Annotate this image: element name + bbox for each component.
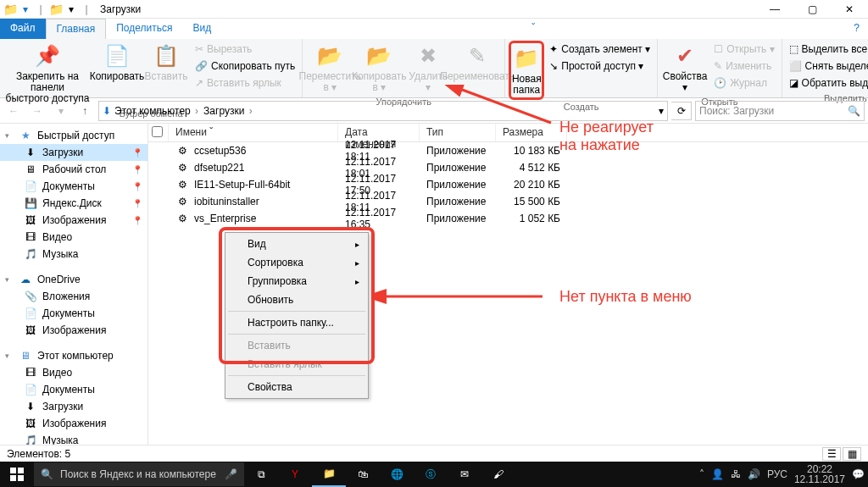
rename-button[interactable]: ✎Переименовать (453, 41, 501, 84)
sidebar-item[interactable]: 🖥Рабочий стол📍 (0, 161, 147, 178)
ctx-sort[interactable]: Сортировка▸ (227, 253, 366, 272)
sidebar-item[interactable]: ⬇Загрузки📍 (0, 144, 147, 161)
taskbar-app[interactable]: 🛍 (346, 462, 380, 487)
pin-icon: 📍 (132, 199, 142, 208)
tab-file[interactable]: Файл (0, 19, 46, 39)
table-row[interactable]: ⚙iobituninstaller12.11.2017 18:11Приложе… (148, 193, 868, 210)
invert-icon: ◪ (789, 77, 798, 89)
view-details-button[interactable]: ☰ (822, 447, 841, 461)
view-large-button[interactable]: ▦ (843, 447, 861, 461)
star-icon: ★ (19, 129, 32, 142)
copy-path-button[interactable]: 🔗Скопировать путь (192, 58, 298, 75)
tray-people-icon[interactable]: 👤 (711, 468, 724, 480)
ribbon-collapse-icon[interactable]: ˇ (523, 19, 543, 39)
help-icon[interactable]: ? (845, 19, 868, 39)
addr-dropdown-icon[interactable]: ▾ (659, 105, 664, 117)
taskbar-search[interactable]: 🔍 Поиск в Яндекс и на компьютере 🎤 (34, 462, 244, 486)
ctx-view[interactable]: Вид▸ (227, 235, 366, 253)
refresh-button[interactable]: ⟳ (671, 102, 692, 120)
invert-select-button[interactable]: ◪Обратить выделение (786, 75, 868, 91)
nav-forward-button[interactable]: → (27, 101, 47, 121)
col-size[interactable]: Размера (496, 124, 567, 141)
taskbar-app-explorer[interactable]: 📁 (312, 462, 346, 487)
table-row[interactable]: ⚙vs_Enterprise12.11.2017 16:35Приложение… (148, 210, 868, 227)
move-to-button[interactable]: 📂Переместить в ▾ (306, 41, 353, 95)
sidebar-item[interactable]: 🎞Видео (0, 364, 147, 381)
select-all-checkbox[interactable] (152, 126, 163, 137)
sidebar-onedrive[interactable]: ▾☁OneDrive (0, 271, 147, 288)
tab-home[interactable]: Главная (46, 19, 107, 39)
table-row[interactable]: ⚙dfsetup22112.11.2017 18:01Приложение4 5… (148, 159, 868, 176)
col-name[interactable]: Имени ˇ (169, 124, 338, 141)
sidebar-item[interactable]: 📎Вложения (0, 288, 147, 305)
taskbar-app[interactable]: 🖌 (481, 462, 515, 487)
ctx-customize[interactable]: Настроить папку... (227, 313, 366, 332)
copy-button[interactable]: 📄 Копировать (93, 41, 141, 84)
taskbar-app[interactable]: 🌐 (380, 462, 414, 487)
sidebar-item[interactable]: 🎵Музыка (0, 246, 147, 263)
breadcrumb[interactable]: Этот компьютер (114, 105, 200, 117)
ctx-properties[interactable]: Свойства (227, 378, 366, 396)
tray-network-icon[interactable]: 🖧 (731, 468, 741, 480)
tray-up-icon[interactable]: ˄ (699, 468, 704, 480)
tab-view[interactable]: Вид (182, 19, 221, 39)
sidebar-item[interactable]: 📄Документы📍 (0, 178, 147, 195)
tray-clock[interactable]: 20:22 12.11.2017 (794, 464, 845, 484)
new-folder-button[interactable]: 📁 Новая папка (509, 41, 544, 100)
paste-button[interactable]: 📋 Вставить (142, 41, 190, 84)
mic-icon[interactable]: 🎤 (225, 468, 237, 480)
search-input[interactable]: Поиск: Загрузки 🔍 (695, 101, 865, 121)
sidebar-item[interactable]: 🎵Музыка (0, 432, 147, 445)
copy-to-button[interactable]: 📂Копировать в ▾ (355, 41, 403, 95)
pin-quick-access-button[interactable]: 📌 Закрепить на панели быстрого доступа (3, 41, 92, 107)
nav-sidebar: ▾★Быстрый доступ ⬇Загрузки📍🖥Рабочий стол… (0, 124, 148, 445)
tray-notifications-icon[interactable]: 💬 (852, 468, 865, 480)
easy-access-button[interactable]: ↘Простой доступ ▾ (546, 58, 654, 75)
qat-down-icon[interactable]: ▾ (19, 3, 32, 16)
address-bar[interactable]: ⬇ Этот компьютер Загрузки ▾ (98, 101, 668, 121)
taskbar-app-skype[interactable]: ⓢ (414, 462, 448, 487)
select-all-button[interactable]: ⬚Выделить все (786, 41, 868, 58)
folder-icon: 🎵 (24, 434, 37, 445)
nav-recent-button[interactable]: ▾ (51, 101, 71, 121)
tab-share[interactable]: Поделиться (106, 19, 182, 39)
cut-button[interactable]: ✂Вырезать (192, 41, 298, 58)
rename-icon: ✎ (464, 42, 491, 69)
taskbar-app[interactable]: Y (278, 462, 312, 487)
history-button[interactable]: 🕑Журнал (710, 75, 777, 91)
col-type[interactable]: Тип (420, 124, 496, 141)
delete-button[interactable]: ✖Удалить ▾ (404, 41, 452, 95)
tray-volume-icon[interactable]: 🔊 (748, 468, 760, 480)
ctx-group[interactable]: Группировка▸ (227, 272, 366, 291)
qat-overflow-icon[interactable]: ▾ (64, 3, 78, 16)
task-view-button[interactable]: ⧉ (244, 462, 278, 487)
sidebar-item[interactable]: 🖼Изображения (0, 415, 147, 432)
sidebar-item[interactable]: ⬇Загрузки (0, 398, 147, 415)
nav-up-button[interactable]: ↑ (75, 101, 95, 121)
close-button[interactable]: ✕ (831, 0, 868, 19)
sidebar-item[interactable]: 💾Яндекс.Диск📍 (0, 195, 147, 212)
select-none-button[interactable]: ⬜Снять выделение (786, 58, 868, 75)
maximize-button[interactable]: ▢ (793, 0, 831, 19)
nav-back-button[interactable]: ← (3, 101, 24, 121)
sidebar-item[interactable]: 📄Документы (0, 305, 147, 322)
sidebar-this-pc[interactable]: ▾🖥Этот компьютер (0, 347, 147, 364)
new-item-button[interactable]: ✦Создать элемент ▾ (546, 41, 654, 58)
paste-shortcut-button[interactable]: ↗Вставить ярлык (192, 75, 298, 91)
minimize-button[interactable]: — (756, 0, 793, 19)
open-button[interactable]: ☐Открыть ▾ (710, 41, 777, 58)
start-button[interactable] (0, 462, 34, 487)
sidebar-item[interactable]: 🎞Видео (0, 229, 147, 246)
edit-button[interactable]: ✎Изменить (710, 58, 777, 75)
tray-lang[interactable]: РУС (767, 468, 787, 480)
properties-button[interactable]: ✔Свойства ▾ (661, 41, 709, 95)
taskbar-app[interactable]: ✉ (448, 462, 481, 487)
breadcrumb[interactable]: Загрузки (203, 105, 254, 117)
sidebar-item[interactable]: 🖼Изображения (0, 322, 147, 339)
table-row[interactable]: ⚙IE11-Setup-Full-64bit12.11.2017 17:50Пр… (148, 176, 868, 193)
sidebar-quick-access[interactable]: ▾★Быстрый доступ (0, 127, 147, 144)
sidebar-item[interactable]: 🖼Изображения📍 (0, 212, 147, 229)
ctx-refresh[interactable]: Обновить (227, 291, 366, 309)
sidebar-item[interactable]: 📄Документы (0, 381, 147, 398)
table-row[interactable]: ⚙ccsetup53612.11.2017 18:11Приложение10 … (148, 142, 868, 159)
